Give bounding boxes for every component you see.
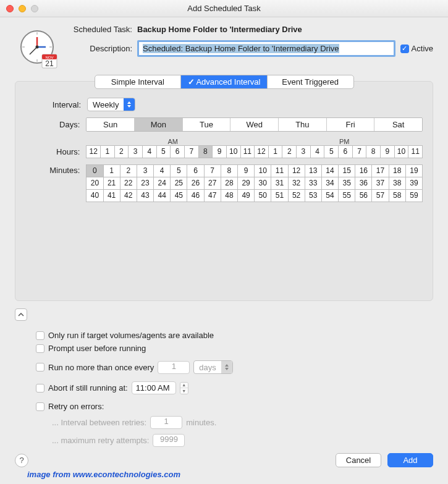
day-cell[interactable]: Thu (279, 118, 327, 131)
minute-cell[interactable]: 21 (104, 177, 120, 190)
minute-cell[interactable]: 37 (372, 177, 389, 190)
minute-cell[interactable]: 40 (87, 190, 103, 202)
hour-cell[interactable]: 4 (311, 146, 325, 158)
abort-time-stepper[interactable]: ▲ ▼ (180, 382, 188, 394)
hour-cell[interactable]: 4 (143, 146, 157, 158)
minute-cell[interactable]: 51 (271, 190, 288, 202)
minute-cell[interactable]: 28 (221, 177, 238, 190)
active-checkbox[interactable]: ✓ (400, 45, 409, 53)
minute-cell[interactable]: 29 (238, 177, 255, 190)
hour-cell[interactable]: 3 (129, 146, 143, 158)
hour-cell[interactable]: 2 (115, 146, 129, 158)
minute-cell[interactable]: 22 (120, 177, 137, 190)
minute-cell[interactable]: 45 (171, 190, 187, 202)
abort-checkbox[interactable] (36, 384, 44, 393)
active-group[interactable]: ✓ Active (400, 44, 433, 53)
retry-checkbox[interactable] (36, 402, 44, 411)
day-cell[interactable]: Sat (374, 118, 422, 131)
hour-cell[interactable]: 8 (199, 146, 213, 158)
minute-cell[interactable]: 19 (406, 165, 423, 177)
minute-cell[interactable]: 1 (104, 165, 120, 177)
minute-cell[interactable]: 10 (255, 165, 271, 177)
minute-cell[interactable]: 38 (389, 177, 406, 190)
run-no-more-unit-popup[interactable]: days (193, 360, 232, 374)
abort-time-input[interactable]: 11:00 AM (132, 381, 176, 394)
day-cell[interactable]: Fri (327, 118, 375, 131)
minute-cell[interactable]: 20 (87, 177, 103, 190)
run-no-more-value-input[interactable]: 1 (158, 361, 190, 374)
minute-cell[interactable]: 33 (305, 177, 322, 190)
cancel-button[interactable]: Cancel (336, 453, 381, 467)
minute-cell[interactable]: 44 (154, 190, 171, 202)
hour-cell[interactable]: 11 (241, 146, 255, 158)
minute-cell[interactable]: 55 (339, 190, 355, 202)
minute-cell[interactable]: 58 (389, 190, 406, 202)
hour-cell[interactable]: 10 (227, 146, 241, 158)
retry-interval-value-input[interactable]: 1 (150, 416, 182, 429)
minute-cell[interactable]: 30 (255, 177, 271, 190)
minute-cell[interactable]: 56 (355, 190, 372, 202)
minute-cell[interactable]: 57 (372, 190, 389, 202)
help-button[interactable]: ? (15, 454, 28, 467)
hour-cell[interactable]: 11 (408, 146, 423, 158)
hour-cell[interactable]: 3 (297, 146, 311, 158)
minute-cell[interactable]: 59 (406, 190, 423, 202)
interval-popup[interactable]: Weekly (87, 98, 135, 111)
hour-cell[interactable]: 12 (255, 146, 269, 158)
minute-cell[interactable]: 17 (372, 165, 389, 177)
minute-cell[interactable]: 4 (154, 165, 171, 177)
hour-cell[interactable]: 12 (87, 146, 101, 158)
minute-cell[interactable]: 5 (171, 165, 187, 177)
minute-cell[interactable]: 49 (238, 190, 255, 202)
minute-cell[interactable]: 41 (104, 190, 120, 202)
minute-cell[interactable]: 9 (238, 165, 255, 177)
minute-cell[interactable]: 23 (137, 177, 154, 190)
hour-cell[interactable]: 1 (101, 146, 115, 158)
hour-cell[interactable]: 1 (269, 146, 283, 158)
collapse-options-button[interactable] (15, 308, 27, 321)
hour-cell[interactable]: 9 (213, 146, 227, 158)
minute-cell[interactable]: 0 (87, 165, 103, 177)
minute-cell[interactable]: 36 (355, 177, 372, 190)
day-cell[interactable]: Sun (87, 118, 135, 131)
tab-event-triggered[interactable]: Event Triggered (268, 75, 353, 88)
minute-cell[interactable]: 14 (322, 165, 339, 177)
day-cell[interactable]: Tue (183, 118, 231, 131)
minute-cell[interactable]: 27 (205, 177, 221, 190)
minute-cell[interactable]: 31 (271, 177, 288, 190)
tab-simple-interval[interactable]: Simple Interval (95, 75, 182, 88)
day-cell[interactable]: Mon (135, 118, 183, 131)
minute-cell[interactable]: 16 (355, 165, 372, 177)
minute-cell[interactable]: 13 (305, 165, 322, 177)
minute-cell[interactable]: 43 (137, 190, 154, 202)
description-input[interactable]: Scheduled: Backup Home Folder to 'Interm… (137, 40, 395, 57)
minute-cell[interactable]: 7 (205, 165, 221, 177)
hour-cell[interactable]: 5 (324, 146, 339, 158)
add-button[interactable]: Add (387, 453, 433, 467)
hour-cell[interactable]: 7 (353, 146, 367, 158)
hour-cell[interactable]: 10 (395, 146, 409, 158)
minute-cell[interactable]: 53 (305, 190, 322, 202)
hour-cell[interactable]: 6 (339, 146, 353, 158)
minute-cell[interactable]: 25 (171, 177, 187, 190)
hour-cell[interactable]: 7 (185, 146, 199, 158)
hour-cell[interactable]: 2 (282, 146, 297, 158)
day-cell[interactable]: Wed (230, 118, 279, 131)
minute-cell[interactable]: 54 (322, 190, 339, 202)
minute-cell[interactable]: 39 (406, 177, 423, 190)
hour-cell[interactable]: 6 (171, 146, 185, 158)
minute-cell[interactable]: 18 (389, 165, 406, 177)
hour-cell[interactable]: 9 (381, 146, 395, 158)
minute-cell[interactable]: 15 (339, 165, 355, 177)
minute-cell[interactable]: 42 (120, 190, 137, 202)
retry-max-value-input[interactable]: 9999 (153, 434, 185, 447)
tab-advanced-interval[interactable]: ✓ Advanced Interval (181, 75, 268, 88)
minute-cell[interactable]: 50 (255, 190, 271, 202)
minute-cell[interactable]: 47 (205, 190, 221, 202)
minute-cell[interactable]: 12 (289, 165, 305, 177)
minute-cell[interactable]: 46 (187, 190, 204, 202)
minute-cell[interactable]: 2 (120, 165, 137, 177)
minute-cell[interactable]: 24 (154, 177, 171, 190)
minute-cell[interactable]: 8 (221, 165, 238, 177)
minute-cell[interactable]: 52 (289, 190, 305, 202)
